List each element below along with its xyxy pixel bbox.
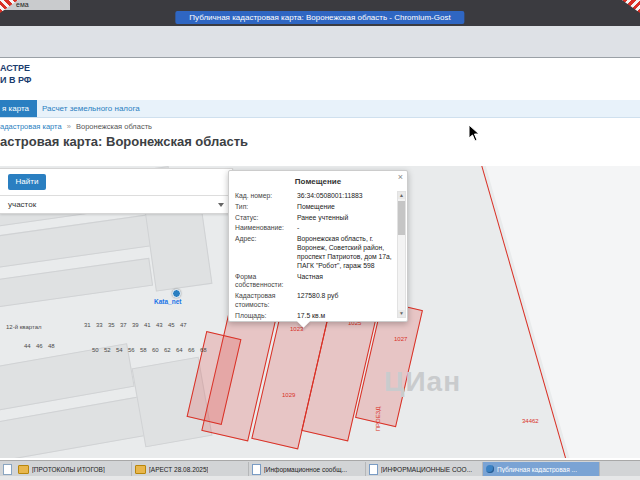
folder-icon (135, 465, 146, 474)
window-title: Публичная кадастровая карта: Воронежская… (175, 11, 464, 24)
map-label: 54 (116, 347, 123, 353)
taskbar: [ПРОТОКОЛЫ ИТОГОВ][АРЕСТ 28.08.2025][Инф… (0, 460, 640, 477)
map-label: 1023 (290, 326, 303, 332)
map-building (145, 202, 213, 291)
map-label: 56 (128, 347, 135, 353)
parcel-info-popup: Помещение × Кад. номер:36:34:0508001:118… (228, 170, 408, 322)
popup-field-label: Кад. номер: (235, 192, 297, 201)
popup-field-value: Помещение (297, 203, 396, 212)
popup-field-label: Адрес: (235, 235, 297, 270)
page-title: астровая карта: Воронежская область (0, 134, 248, 149)
popup-field-row: Тип:Помещение (229, 202, 398, 213)
popup-field-row: Площадь:17.5 кв.м (229, 311, 398, 321)
taskbar-item-label: [АРЕСТ 28.08.2025] (149, 466, 208, 473)
scrollbar-thumb[interactable] (398, 201, 405, 235)
find-button[interactable]: Найти (8, 174, 46, 190)
map-label: 60 (152, 347, 159, 353)
mouse-cursor (468, 124, 480, 146)
popup-field-value: 36:34:0508001:11883 (297, 192, 396, 201)
map-label: Kata_net (154, 298, 181, 305)
window-titlebar: ема Публичная кадастровая карта: Воронеж… (0, 0, 640, 26)
map-label: 45 (168, 322, 175, 328)
taskbar-item[interactable]: [ПРОТОКОЛЫ ИТОГОВ] (15, 462, 132, 476)
map-light-zone (480, 166, 640, 458)
menu-fragment[interactable]: ема (16, 1, 29, 8)
map-label: 46 (36, 343, 43, 349)
document-icon (252, 464, 261, 475)
map-label: 41 (144, 322, 151, 328)
map-label: 64 (176, 347, 183, 353)
popup-field-value: 127580.8 руб (297, 292, 396, 310)
map-label: 66 (188, 347, 195, 353)
popup-field-label: Статус: (235, 214, 297, 223)
popup-field-label: Наименование: (235, 224, 297, 233)
popup-field-row: Форма собственности:Частная (229, 272, 398, 292)
taskbar-item[interactable]: Публичная кадастровая ... (483, 462, 600, 476)
map-label: 68 (200, 347, 207, 353)
tab-cadastral-map[interactable]: я карта (0, 100, 37, 117)
breadcrumb-parent[interactable]: адастровая карта (0, 122, 62, 131)
popup-field-value: Воронежская область, г. Воронеж, Советск… (297, 235, 396, 270)
folder-icon (18, 465, 29, 474)
chevron-down-icon (218, 203, 224, 207)
map-label: 35 (108, 322, 115, 328)
object-type-value: участок (8, 200, 36, 209)
popup-field-row: Статус:Ранее учтенный (229, 213, 398, 224)
popup-field-value: Частная (297, 273, 396, 291)
map-label: 44 (24, 343, 31, 349)
popup-fields: Кад. номер:36:34:0508001:11883Тип:Помеще… (229, 191, 398, 321)
map-label: 48 (48, 343, 55, 349)
document-icon (369, 464, 378, 475)
popup-field-label: Площадь: (235, 312, 297, 321)
map-label: 50 (92, 347, 99, 353)
object-type-select[interactable]: участок (0, 195, 232, 213)
map-label: 1029 (282, 392, 295, 398)
site-logo: АСТРЕ И В РФ (0, 62, 32, 86)
popup-field-row: Наименование:- (229, 223, 398, 234)
map-label: 58 (140, 347, 147, 353)
map-label: 62 (164, 347, 171, 353)
map-label: 33 (96, 322, 103, 328)
logo-line1: АСТРЕ (0, 62, 32, 74)
taskbar-item[interactable]: [ИНФОРМАЦИОННЫЕ СОО... (366, 462, 483, 476)
map-label: 1027 (394, 336, 407, 342)
scroll-up-icon[interactable]: ▲ (398, 192, 405, 199)
logo-line2: И В РФ (0, 74, 32, 86)
taskbar-item-label: [Информационное сообщ... (264, 466, 347, 473)
map-canvas[interactable]: ЦИан 12-й квартал44464850525456586062646… (0, 166, 640, 458)
popup-scrollbar[interactable]: ▲ ▼ (397, 191, 406, 318)
map-label: 34462 (522, 418, 539, 424)
taskbar-items: [ПРОТОКОЛЫ ИТОГОВ][АРЕСТ 28.08.2025][Инф… (15, 461, 600, 477)
map-label: 31 (84, 322, 91, 328)
document-icon[interactable] (3, 464, 12, 475)
taskbar-item[interactable]: [АРЕСТ 28.08.2025] (132, 462, 249, 476)
map-label: ПРОЕЗД (375, 407, 381, 431)
popup-field-label: Тип: (235, 203, 297, 212)
search-panel: Найти участок (0, 168, 233, 214)
taskbar-item[interactable]: [Информационное сообщ... (249, 462, 366, 476)
browser-toolbar: r.com/map/voronezhskaya-oblast (0, 26, 640, 58)
tab-land-tax[interactable]: Расчет земельного налога (42, 100, 140, 117)
breadcrumb-current: Воронежская область (76, 122, 152, 131)
tab-band: я карта Расчет земельного налога (0, 100, 640, 118)
map-watermark: ЦИан (384, 366, 461, 398)
bottom-strip (0, 476, 640, 480)
map-building (0, 258, 153, 310)
popup-field-label: Форма собственности: (235, 273, 297, 291)
popup-field-row: Кад. номер:36:34:0508001:11883 (229, 191, 398, 202)
map-label: 47 (180, 322, 187, 328)
taskbar-item-label: [ИНФОРМАЦИОННЫЕ СОО... (381, 466, 472, 473)
popup-field-value: 17.5 кв.м (297, 312, 396, 321)
map-marker-icon[interactable] (172, 289, 181, 298)
popup-field-label: Кадастровая стоимость: (235, 292, 297, 310)
popup-title: Помещение (229, 171, 407, 190)
popup-field-value: - (297, 224, 396, 233)
popup-field-value: Ранее учтенный (297, 214, 396, 223)
map-label: 12-й квартал (6, 324, 42, 330)
popup-field-row: Кадастровая стоимость:127580.8 руб (229, 291, 398, 311)
globe-icon (486, 465, 494, 473)
close-icon[interactable]: × (398, 173, 403, 182)
map-label: 43 (156, 322, 163, 328)
scroll-down-icon[interactable]: ▼ (398, 310, 405, 317)
map-label: 39 (132, 322, 139, 328)
